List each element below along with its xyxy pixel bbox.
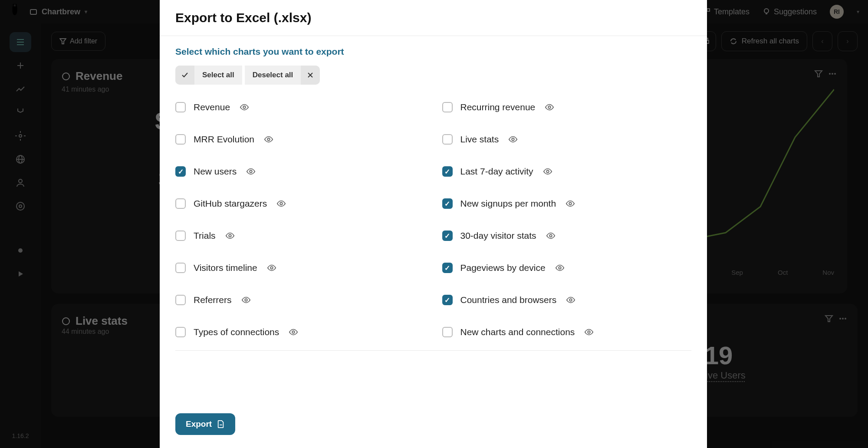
chart-checkbox-item[interactable]: Live stats [442,134,692,145]
svg-point-42 [280,202,283,205]
checkbox[interactable] [442,327,453,337]
chart-checkbox-item[interactable]: Visitors timeline [175,263,425,273]
chart-checkbox-item[interactable]: Revenue [175,102,425,112]
eye-icon[interactable] [240,102,249,112]
modal-subtitle: Select which charts you want to export [175,46,691,57]
modal-footer: Export [160,413,707,448]
chart-label: Referrers [194,295,232,305]
chart-label: MRR Evolution [194,134,254,145]
checkbox[interactable] [442,295,453,305]
chart-label: 30-day visitor stats [460,231,536,241]
chart-checkbox-item[interactable]: 30-day visitor stats [442,231,692,241]
eye-icon[interactable] [566,295,575,305]
modal-header: Export to Excel (.xlsx) [160,0,707,36]
chart-checkbox-item[interactable]: Recurring revenue [442,102,692,112]
checkbox[interactable] [442,263,453,273]
eye-icon[interactable] [276,199,286,208]
chart-label: Last 7-day activity [460,166,533,177]
checkbox[interactable] [175,134,186,145]
svg-point-45 [549,234,552,237]
modal-title: Export to Excel (.xlsx) [175,10,691,25]
svg-point-50 [293,331,295,333]
checkbox[interactable] [175,327,186,337]
chart-label: Pageviews by device [460,263,546,273]
chart-label: Recurring revenue [460,102,536,112]
checkbox[interactable] [442,134,453,145]
svg-point-43 [569,202,572,205]
chart-checkbox-item[interactable]: New users [175,166,425,177]
chart-checkbox-item[interactable]: Countries and browsers [442,295,692,305]
checkbox[interactable] [442,102,453,112]
svg-point-44 [229,234,231,237]
chart-label: New signups per month [460,198,556,209]
eye-icon[interactable] [241,295,251,305]
checkbox[interactable] [175,102,186,112]
chart-checkbox-grid: RevenueRecurring revenueMRR EvolutionLiv… [175,102,691,337]
checkbox[interactable] [442,231,453,241]
chart-checkbox-item[interactable]: New signups per month [442,198,692,209]
chart-label: Trials [194,231,216,241]
chart-label: Countries and browsers [460,295,557,305]
deselect-all-button[interactable]: Deselect all [245,66,320,85]
close-icon [307,72,314,79]
checkbox[interactable] [175,166,186,177]
chart-checkbox-item[interactable]: GitHub stargazers [175,198,425,209]
svg-point-39 [512,138,514,141]
chart-checkbox-item[interactable]: New charts and connections [442,327,692,337]
checkbox[interactable] [175,263,186,273]
chart-label: Live stats [460,134,499,145]
eye-icon[interactable] [555,263,565,273]
checkbox[interactable] [175,231,186,241]
checkbox[interactable] [175,295,186,305]
file-icon [217,420,225,428]
chart-label: GitHub stargazers [194,198,267,209]
eye-icon[interactable] [584,327,594,337]
chart-label: New charts and connections [460,327,575,337]
svg-point-46 [270,267,273,269]
eye-icon[interactable] [225,231,235,240]
select-all-button[interactable]: Select all [175,66,242,85]
chart-checkbox-item[interactable]: Trials [175,231,425,241]
chart-checkbox-item[interactable]: Pageviews by device [442,263,692,273]
chart-label: Types of connections [194,327,279,337]
eye-icon[interactable] [508,135,518,144]
svg-point-37 [549,106,551,109]
eye-icon[interactable] [546,231,556,240]
svg-point-41 [546,170,549,173]
chart-checkbox-item[interactable]: Referrers [175,295,425,305]
chart-checkbox-item[interactable]: MRR Evolution [175,134,425,145]
divider [175,350,691,351]
svg-point-48 [245,299,247,301]
svg-point-40 [250,170,252,173]
chart-label: New users [194,166,237,177]
chart-checkbox-item[interactable]: Last 7-day activity [442,166,692,177]
check-icon [181,71,189,79]
checkbox[interactable] [442,166,453,177]
svg-point-49 [570,299,572,301]
checkbox[interactable] [442,198,453,209]
export-modal: Export to Excel (.xlsx) Select which cha… [160,0,707,448]
eye-icon[interactable] [267,263,276,273]
checkbox[interactable] [175,198,186,209]
selection-buttons: Select all Deselect all [175,66,691,85]
eye-icon[interactable] [246,167,256,176]
chart-label: Visitors timeline [194,263,257,273]
eye-icon[interactable] [289,327,298,337]
export-button[interactable]: Export [175,413,235,435]
svg-point-36 [243,106,246,109]
chart-checkbox-item[interactable]: Types of connections [175,327,425,337]
chart-label: Revenue [194,102,230,112]
eye-icon[interactable] [264,135,273,144]
modal-body: Select which charts you want to export S… [160,36,707,413]
svg-point-51 [588,331,591,333]
eye-icon[interactable] [543,167,552,176]
eye-icon[interactable] [545,102,554,112]
svg-point-38 [267,138,270,141]
eye-icon[interactable] [566,199,575,208]
svg-point-47 [559,267,561,269]
